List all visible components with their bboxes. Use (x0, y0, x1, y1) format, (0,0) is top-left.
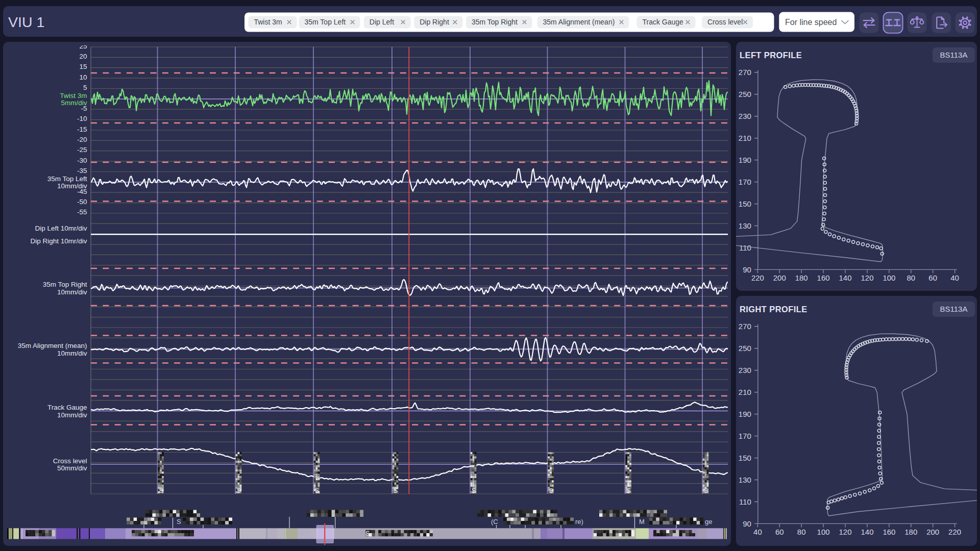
svg-text:M: M (639, 518, 645, 525)
svg-text:10mm/div: 10mm/div (57, 411, 87, 419)
svg-text:10mm/div: 10mm/div (57, 349, 87, 357)
svg-text:150: 150 (739, 199, 751, 208)
svg-text:250: 250 (739, 344, 751, 353)
svg-text:40: 40 (753, 528, 762, 536)
svg-text:15: 15 (79, 63, 87, 70)
svg-text:90: 90 (743, 265, 751, 274)
svg-text:160: 160 (883, 528, 895, 536)
svg-text:250: 250 (739, 90, 751, 98)
svg-text:Cross level: Cross level (707, 18, 743, 26)
svg-text:-30: -30 (77, 157, 87, 164)
svg-text:130: 130 (739, 221, 751, 230)
svg-text:re): re) (575, 518, 583, 525)
svg-text:S: S (394, 487, 398, 494)
svg-text:35m Top Right: 35m Top Right (472, 18, 518, 26)
svg-text:Cross level: Cross level (53, 457, 87, 465)
svg-text:190: 190 (739, 410, 751, 418)
svg-text:110: 110 (739, 243, 751, 252)
svg-text:200: 200 (773, 273, 786, 282)
svg-text:10mm/div: 10mm/div (57, 288, 87, 296)
svg-text:VIU 1: VIU 1 (8, 14, 44, 30)
svg-text:180: 180 (795, 273, 808, 282)
svg-text:100: 100 (817, 528, 830, 536)
svg-text:270: 270 (739, 322, 751, 331)
svg-text:BS113A: BS113A (940, 305, 968, 313)
svg-text:S: S (549, 487, 553, 494)
svg-text:220: 220 (751, 273, 764, 282)
svg-text:For line speed: For line speed (785, 18, 837, 27)
svg-text:-20: -20 (77, 136, 87, 143)
svg-text:130: 130 (739, 475, 751, 484)
svg-text:270: 270 (739, 68, 751, 77)
svg-text:RIGHT PROFILE: RIGHT PROFILE (740, 305, 807, 314)
svg-text:140: 140 (839, 273, 851, 282)
svg-text:40: 40 (950, 273, 959, 282)
svg-text:170: 170 (739, 178, 751, 186)
svg-text:5mm/div: 5mm/div (61, 99, 87, 107)
svg-text:50mm/div: 50mm/div (57, 464, 87, 472)
svg-text:Dip Right 10mr/div: Dip Right 10mr/div (30, 237, 87, 245)
svg-text:100: 100 (883, 273, 895, 282)
svg-text:120: 120 (861, 273, 873, 282)
svg-text:BS113A: BS113A (940, 51, 968, 59)
svg-text:60: 60 (928, 273, 937, 282)
svg-text:170: 170 (739, 432, 751, 440)
svg-text:Dip Left 10mr/div: Dip Left 10mr/div (35, 224, 87, 232)
svg-text:-55: -55 (77, 208, 87, 216)
svg-text:230: 230 (739, 366, 751, 374)
svg-text:S: S (472, 487, 476, 494)
svg-text:Track Gauge: Track Gauge (47, 404, 87, 411)
svg-text:220: 220 (948, 528, 961, 536)
svg-text:LEFT PROFILE: LEFT PROFILE (740, 51, 802, 60)
svg-text:35m Top Left: 35m Top Left (47, 175, 87, 183)
svg-text:120: 120 (839, 528, 851, 536)
svg-text:80: 80 (797, 528, 806, 536)
svg-text:60: 60 (775, 528, 784, 536)
svg-text:-25: -25 (77, 146, 87, 154)
svg-text:110: 110 (739, 497, 751, 506)
svg-text:-50: -50 (77, 198, 87, 206)
svg-text:S: S (177, 518, 181, 525)
svg-text:200: 200 (926, 528, 939, 536)
svg-text:20: 20 (79, 53, 87, 60)
svg-text:230: 230 (739, 112, 751, 120)
svg-text:190: 190 (739, 156, 751, 164)
svg-text:80: 80 (906, 273, 915, 282)
svg-text:S: S (159, 487, 163, 494)
svg-text:140: 140 (861, 528, 873, 536)
svg-text:Dip Left: Dip Left (370, 18, 394, 26)
svg-text:35m Top Left: 35m Top Left (305, 18, 346, 26)
svg-text:-10: -10 (77, 115, 87, 122)
svg-text:210: 210 (739, 134, 751, 142)
svg-text:S: S (315, 487, 319, 494)
svg-text:-35: -35 (77, 167, 87, 174)
svg-text:Track Gauge: Track Gauge (643, 18, 684, 26)
svg-text:S: S (365, 530, 370, 537)
svg-text:Twist 3m: Twist 3m (60, 92, 87, 99)
svg-text:35m Alignment (mean): 35m Alignment (mean) (543, 18, 615, 26)
svg-text:ge: ge (705, 518, 712, 525)
svg-text:-15: -15 (77, 126, 87, 133)
svg-text:Twist 3m: Twist 3m (254, 18, 282, 26)
svg-text:S: S (704, 487, 708, 494)
svg-text:210: 210 (739, 388, 751, 396)
svg-text:160: 160 (817, 273, 830, 282)
svg-text:S: S (626, 487, 630, 494)
svg-text:90: 90 (743, 519, 751, 528)
svg-text:(C: (C (491, 518, 498, 525)
svg-text:35m Top Right: 35m Top Right (43, 281, 87, 288)
svg-text:35m Alignment (mean): 35m Alignment (mean) (18, 342, 87, 349)
svg-text:5: 5 (83, 84, 87, 91)
svg-text:150: 150 (739, 454, 751, 462)
svg-text:S: S (237, 487, 241, 494)
svg-text:180: 180 (904, 528, 917, 536)
svg-text:10mm/div: 10mm/div (57, 182, 87, 190)
svg-text:Dip Right: Dip Right (420, 18, 449, 26)
svg-text:10: 10 (79, 73, 87, 81)
